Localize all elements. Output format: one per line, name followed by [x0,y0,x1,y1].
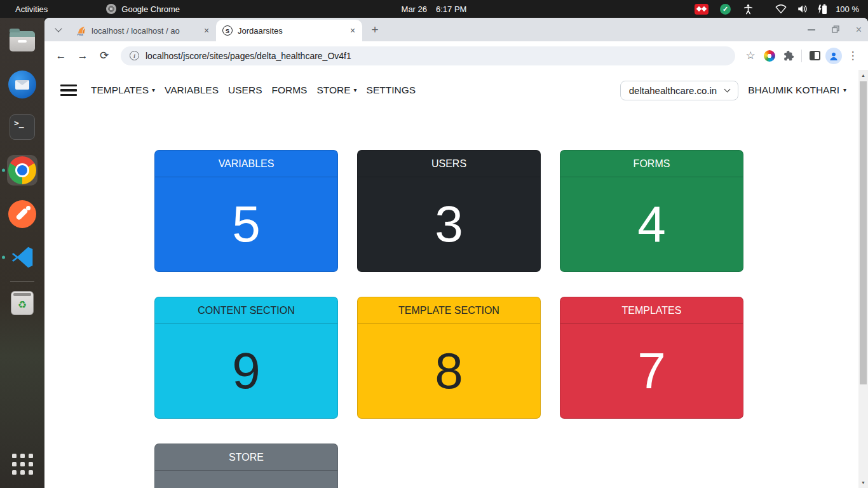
browser-menu-kebab-icon[interactable]: ⋮ [844,47,862,65]
postman-icon [8,200,36,228]
card-title: CONTENT SECTION [155,297,337,324]
card-variables[interactable]: VARIABLES 5 [154,150,338,272]
dock: >_ ♻ [0,18,44,488]
page-info-icon[interactable]: i [130,51,139,60]
card-users[interactable]: USERS 3 [357,150,541,272]
scrollbar-thumb[interactable] [860,81,867,384]
focused-app-label: Google Chrome [121,4,180,14]
running-indicator-dot [2,169,5,172]
site-domain-value: deltahealthcare.co.in [629,85,717,96]
forward-button[interactable]: → [72,46,93,66]
wifi-icon[interactable] [775,3,787,15]
restore-button[interactable] [832,24,839,36]
dock-item-terminal[interactable]: >_ [7,112,37,142]
card-title: USERS [358,151,540,177]
minimize-button[interactable] [808,29,815,30]
hamburger-menu-icon[interactable] [60,85,77,96]
chevron-down-icon [55,25,62,32]
site-domain-select[interactable]: deltahealthcare.co.in [620,81,738,100]
dock-item-app-grid[interactable] [7,449,37,479]
card-title: TEMPLATE SECTION [358,297,540,324]
clock[interactable]: Mar 26 6:17 PM [402,4,467,14]
bookmark-star-icon[interactable]: ☆ [742,47,759,65]
scroll-up-arrow-icon[interactable]: ▲ [858,73,868,78]
page-scrollbar[interactable]: ▲ ▼ [858,70,868,488]
card-forms[interactable]: FORMS 4 [560,150,743,272]
tab-search-button[interactable] [50,21,67,39]
dock-item-vscode[interactable] [7,242,37,273]
thunderbird-icon [8,71,36,98]
window-controls: × [808,18,862,41]
tab-title: localhost / localhost / ao [92,26,201,36]
close-window-button[interactable]: × [856,24,862,36]
toolbar-divider [801,50,802,62]
site-navbar: TEMPLATES ▾ VARIABLES USERS FORMS STORE … [44,70,868,111]
clock-time: 6:17 PM [436,4,466,14]
tab-title: Jordaarsites [238,26,347,36]
new-tab-button[interactable]: + [366,21,384,39]
extensions-puzzle-icon[interactable] [780,47,797,65]
trash-icon: ♻ [11,291,34,315]
card-count: 9 [155,324,337,418]
address-bar[interactable]: i localhost/jscore/sites/pages/delta_hea… [121,46,735,65]
card-count: 5 [155,177,337,271]
focused-app-indicator[interactable]: Google Chrome [106,4,180,14]
dock-item-postman[interactable] [7,199,37,229]
color-wheel-extension-icon[interactable] [761,47,778,65]
tab-close-button[interactable]: × [201,25,212,36]
nav-item-settings[interactable]: SETTINGS [367,85,416,96]
system-top-bar: Activities Google Chrome Mar 26 6:17 PM … [0,0,868,18]
card-count: 7 [560,324,743,418]
dock-item-chrome[interactable] [7,155,37,186]
nav-item-variables[interactable]: VARIABLES [165,85,219,96]
battery-charging-icon[interactable] [817,3,831,15]
status-check-icon[interactable]: ✓ [720,4,731,15]
system-tray[interactable]: ✓ 100 % [695,3,868,15]
back-button[interactable]: ← [51,46,71,66]
caret-down-icon: ▾ [354,87,357,93]
screen-share-indicator-icon[interactable] [695,4,709,15]
card-count: 8 [358,324,540,418]
url-text: localhost/jscore/sites/pages/delta_healt… [146,51,351,61]
svg-text:PMA: PMA [78,33,83,36]
files-icon [10,31,35,51]
nav-item-templates[interactable]: TEMPLATES ▾ [91,85,155,96]
card-template-section[interactable]: TEMPLATE SECTION 8 [357,297,541,419]
browser-toolbar: ← → ⟳ i localhost/jscore/sites/pages/del… [44,41,868,70]
card-templates[interactable]: TEMPLATES 7 [560,297,743,419]
tab-strip: PMA localhost / localhost / ao × S Jorda… [44,18,868,41]
card-count [155,471,337,488]
battery-percent-label: 100 % [836,4,859,14]
side-panel-icon[interactable] [806,47,824,65]
nav-item-forms[interactable]: FORMS [271,85,307,96]
chrome-icon [8,156,36,184]
site-favicon-icon: S [222,25,233,36]
vscode-icon [10,245,35,270]
tab-close-button[interactable]: × [347,25,358,36]
card-count: 3 [358,177,540,271]
card-content-section[interactable]: CONTENT SECTION 9 [154,297,338,419]
scroll-down-arrow-icon[interactable]: ▼ [858,480,868,485]
activities-button[interactable]: Activities [0,0,63,18]
tab-jordaarsites[interactable]: S Jordaarsites × [216,20,362,41]
profile-avatar[interactable] [825,47,843,65]
dock-item-thunderbird[interactable] [7,69,37,100]
running-indicator-dot [2,256,5,259]
card-count: 4 [560,177,743,271]
card-store[interactable]: STORE [154,444,338,488]
nav-item-store[interactable]: STORE ▾ [316,85,356,96]
card-title: STORE [155,444,337,471]
tab-phpmyadmin[interactable]: PMA localhost / localhost / ao × [70,20,216,41]
caret-down-icon: ▾ [843,87,846,93]
accessibility-icon[interactable] [742,3,754,15]
card-title: VARIABLES [155,151,337,177]
dock-item-files[interactable] [7,26,37,57]
user-menu[interactable]: BHAUMIK KOTHARI ▾ [748,85,846,96]
nav-item-users[interactable]: USERS [228,85,262,96]
volume-icon[interactable] [796,3,809,15]
user-name: BHAUMIK KOTHARI [748,85,839,96]
reload-button[interactable]: ⟳ [94,46,114,66]
clock-date: Mar 26 [402,4,427,14]
browser-window: PMA localhost / localhost / ao × S Jorda… [44,18,868,488]
dock-item-trash[interactable]: ♻ [7,288,37,318]
